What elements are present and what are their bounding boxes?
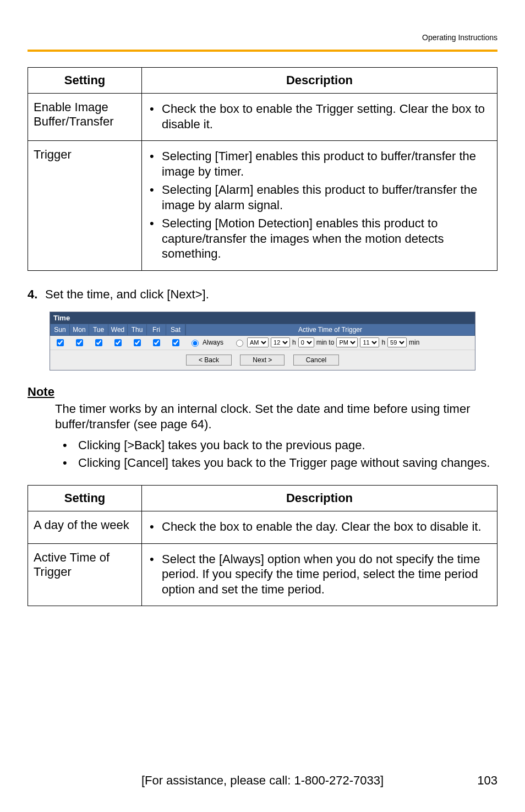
step-text: Set the time, and click [Next>]. [45, 287, 209, 302]
h-label: h [292, 339, 296, 346]
next-button[interactable]: Next > [240, 355, 285, 366]
note-list: Clicking [>Back] takes you back to the p… [55, 438, 497, 471]
day-header: Tue [89, 324, 108, 335]
day-header: Mon [70, 324, 89, 335]
page-number: 103 [453, 773, 497, 788]
list-item: Selecting [Timer] enables this product t… [145, 149, 489, 179]
settings-table-2: Setting Description A day of the week Ch… [28, 485, 497, 606]
note-heading: Note [28, 385, 497, 399]
col-setting: Setting [28, 68, 142, 94]
day-checkbox-mon[interactable] [76, 339, 83, 346]
day-checkbox-sat[interactable] [172, 339, 179, 346]
row-active-time-desc: Select the [Always] option when you do n… [142, 543, 497, 606]
list-item: Check the box to enable the day. Clear t… [145, 519, 489, 535]
hour-end-select[interactable]: 11 [360, 337, 379, 347]
list-item: Selecting [Alarm] enables this product t… [145, 182, 489, 212]
row-trigger-desc: Selecting [Timer] enables this product t… [142, 141, 497, 271]
min-end-label: min [409, 339, 419, 346]
step-number: 4. [28, 287, 45, 302]
ampm-start-select[interactable]: AM [247, 337, 269, 347]
time-period-radio[interactable] [236, 340, 243, 347]
list-item: Clicking [Cancel] takes you back to the … [55, 455, 497, 471]
day-header: Sun [51, 324, 70, 335]
col-description: Description [142, 68, 497, 94]
back-button[interactable]: < Back [186, 355, 232, 366]
day-header: Fri [147, 324, 166, 335]
row-enable-image-label: Enable Image Buffer/Transfer [28, 94, 142, 141]
day-checkbox-thu[interactable] [134, 339, 141, 346]
list-item: Clicking [>Back] takes you back to the p… [55, 438, 497, 453]
col-setting: Setting [28, 486, 142, 511]
day-checkbox-tue[interactable] [95, 339, 102, 346]
row-day-of-week-desc: Check the box to enable the day. Clear t… [142, 511, 497, 544]
always-label: Always [203, 339, 223, 346]
row-enable-image-desc: Check the box to enable the Trigger sett… [142, 94, 497, 141]
day-header: Sat [166, 324, 185, 335]
footer-assistance: [For assistance, please call: 1-800-272-… [72, 773, 453, 788]
list-item: Check the box to enable the Trigger sett… [145, 101, 489, 132]
row-trigger-label: Trigger [28, 141, 142, 271]
header-label: Operating Instructions [422, 33, 497, 42]
time-panel-title: Time [50, 312, 475, 324]
header-rule [28, 50, 497, 52]
min-end-select[interactable]: 59 [387, 337, 407, 347]
cancel-button[interactable]: Cancel [293, 355, 339, 366]
h-label: h [381, 339, 385, 346]
day-checkbox-wed[interactable] [114, 339, 122, 346]
min-to-label: min to [316, 339, 335, 346]
col-description: Description [142, 486, 497, 511]
day-header: Wed [108, 324, 128, 335]
list-item: Select the [Always] option when you do n… [145, 552, 489, 597]
time-panel: Time Sun Mon Tue Wed Thu Fri Sat [50, 312, 475, 370]
row-day-of-week-label: A day of the week [28, 511, 142, 544]
active-time-header: Active Time of Trigger [185, 324, 475, 336]
settings-table-1: Setting Description Enable Image Buffer/… [28, 67, 497, 271]
note-body: The timer works by an internal clock. Se… [55, 401, 494, 432]
ampm-end-select[interactable]: PM [336, 337, 358, 347]
list-item: Selecting [Motion Detection] enables thi… [145, 216, 489, 261]
row-active-time-label: Active Time of Trigger [28, 543, 142, 606]
day-checkbox-fri[interactable] [153, 339, 160, 346]
min-start-select[interactable]: 0 [298, 337, 314, 347]
hour-start-select[interactable]: 12 [271, 337, 290, 347]
day-checkbox-sun[interactable] [57, 339, 64, 346]
always-radio[interactable] [192, 340, 199, 347]
day-header: Thu [128, 324, 147, 335]
day-table: Sun Mon Tue Wed Thu Fri Sat [50, 324, 185, 350]
